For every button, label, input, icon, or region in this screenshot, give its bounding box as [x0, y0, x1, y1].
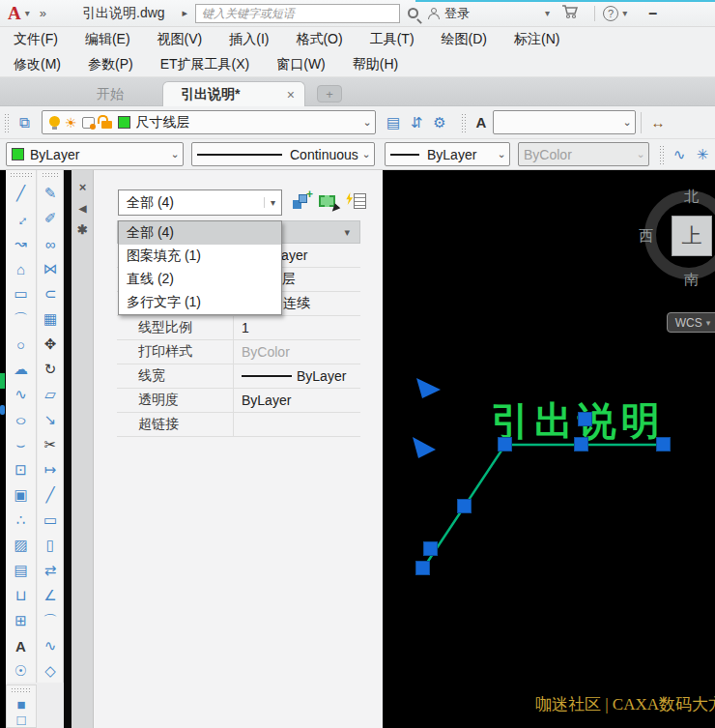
point-style-icon[interactable]: ☉	[6, 658, 36, 684]
extend-icon[interactable]: ↦	[38, 457, 63, 482]
mirror-icon[interactable]: ⋈	[38, 256, 63, 281]
filter-option-all[interactable]: 全部 (4)	[119, 221, 281, 245]
property-row-lineweight[interactable]: 线宽 ByLayer	[117, 364, 360, 389]
logo-caret-icon[interactable]: ▾	[25, 8, 30, 18]
tab-close-icon[interactable]: ×	[287, 87, 295, 102]
array-icon[interactable]: ▦	[38, 306, 63, 332]
help-caret-icon[interactable]: ▾	[622, 8, 627, 18]
insert-block-icon[interactable]: ⊡	[6, 457, 36, 482]
table-icon[interactable]: ⊞	[6, 608, 36, 633]
property-row-transparency[interactable]: 透明度 ByLayer	[117, 389, 360, 413]
layer-unlock-icon[interactable]	[101, 121, 112, 129]
category-collapse-icon[interactable]: ▾	[344, 226, 350, 239]
list-isolate-icon[interactable]: ∿	[668, 143, 691, 166]
hatch-icon[interactable]: ▨	[6, 533, 36, 558]
spline-icon[interactable]: ∿	[6, 382, 36, 407]
scale-icon[interactable]: ▱	[38, 382, 63, 407]
minimize-button[interactable]: –	[648, 5, 657, 22]
grip-handle[interactable]	[423, 541, 438, 556]
gradient-icon[interactable]: ▤	[6, 558, 36, 583]
drawing-canvas[interactable]: 北 西 南 上 WCS ▾ 引出说明 咖迷社区 | CAXA数码大方	[383, 170, 715, 728]
text-style-icon[interactable]: A	[470, 111, 493, 134]
user-icon[interactable]	[428, 8, 440, 19]
arc-icon[interactable]: ⌒	[6, 306, 36, 332]
rectangle-icon[interactable]: ▭	[6, 281, 36, 306]
toolbar-grip[interactable]	[659, 145, 664, 164]
search-input[interactable]	[195, 4, 400, 23]
lineweight-caret-icon[interactable]: ⌄	[494, 148, 509, 160]
erase-icon[interactable]: ✐	[38, 206, 63, 231]
search-history-icon[interactable]: ▸	[183, 7, 188, 19]
circle-icon[interactable]: ○	[6, 332, 36, 357]
menu-window[interactable]: 窗口(W)	[276, 56, 326, 73]
filter-option-hatch[interactable]: 图案填充 (1)	[119, 245, 281, 268]
layer-thaw-icon[interactable]: ☀	[65, 115, 77, 131]
menu-format[interactable]: 格式(O)	[296, 31, 342, 48]
menu-help[interactable]: 帮助(H)	[353, 56, 398, 73]
layer-combo-caret-icon[interactable]: ⌄	[359, 116, 375, 129]
move-icon[interactable]: ✥	[38, 332, 63, 357]
ellipse-icon[interactable]: ○	[6, 407, 36, 432]
grip-handle[interactable]	[656, 437, 671, 451]
multiple-points-icon[interactable]: ∴	[6, 508, 36, 533]
box-3d-icon[interactable]: ◇	[38, 658, 63, 684]
dim-style-icon[interactable]: ↔	[646, 111, 670, 134]
menu-edit[interactable]: 编辑(E)	[85, 31, 130, 48]
color-combobox[interactable]: ByLayer ⌄	[6, 142, 184, 166]
grip-handle[interactable]	[498, 437, 512, 451]
toolbar-grip[interactable]	[42, 172, 59, 179]
fillet-icon[interactable]: ⌒	[38, 608, 63, 633]
join-icon[interactable]: ▯	[38, 533, 63, 558]
quick-select-icon[interactable]	[345, 191, 366, 213]
login-label[interactable]: 登录	[444, 5, 470, 22]
app-logo[interactable]: A	[8, 3, 21, 24]
layer-vp-freeze-icon[interactable]	[82, 117, 95, 129]
ellipse-arc-icon[interactable]: ⌣	[6, 432, 36, 457]
menu-insert[interactable]: 插入(I)	[229, 31, 269, 48]
color-caret-icon[interactable]: ⌄	[167, 148, 183, 160]
group-icon[interactable]: ■	[7, 696, 36, 712]
object-filter-combobox[interactable]: 全部 (4) ▾	[118, 189, 282, 216]
filter-option-mtext[interactable]: 多行文字 (1)	[119, 291, 281, 314]
layer-combobox[interactable]: ☀ 尺寸线层 ⌄	[42, 110, 376, 134]
grip-handle[interactable]	[578, 412, 592, 426]
menu-file[interactable]: 文件(F)	[14, 31, 58, 48]
offset-icon[interactable]: ⊂	[38, 281, 63, 306]
text-style-caret-icon[interactable]: ⌄	[619, 116, 635, 129]
grip-handle[interactable]	[574, 437, 588, 451]
tab-active-document[interactable]: 引出说明* ×	[162, 81, 305, 106]
toolbar-grip[interactable]	[11, 687, 32, 694]
property-row-linetype-scale[interactable]: 线型比例 1	[117, 316, 360, 340]
stretch-icon[interactable]: ↘	[38, 407, 63, 432]
login-caret-icon[interactable]: ▾	[545, 8, 550, 18]
region-icon[interactable]: ⊔	[6, 583, 36, 608]
search-icon[interactable]	[408, 8, 418, 18]
break-at-point-icon[interactable]: ╱	[38, 482, 63, 508]
layer-states-icon[interactable]: ⚙	[428, 111, 451, 134]
chamfer-icon[interactable]: ∠	[38, 583, 63, 608]
toggle-pickadd-icon[interactable]: +	[291, 191, 312, 213]
copy-icon[interactable]: ∞	[38, 231, 63, 256]
palette-settings-icon[interactable]: ✱	[72, 218, 94, 240]
menu-parametric[interactable]: 参数(P)	[88, 56, 133, 73]
palette-close-icon[interactable]: ×	[72, 176, 94, 197]
polyline-icon[interactable]: ↝	[6, 231, 36, 256]
polygon-icon[interactable]: ⌂	[6, 256, 36, 281]
quick-access-overflow-icon[interactable]: »	[40, 6, 45, 20]
menu-tools[interactable]: 工具(T)	[370, 31, 415, 48]
property-row-plot-style[interactable]: 打印样式 ByColor	[117, 340, 360, 364]
create-block-icon[interactable]: ▣	[6, 482, 36, 508]
grip-handle[interactable]	[457, 499, 472, 513]
linetype-combobox[interactable]: Continuous ⌄	[191, 142, 375, 166]
object-filter-caret-icon[interactable]: ▾	[264, 197, 281, 208]
rotate-icon[interactable]: ↻	[38, 357, 63, 382]
toolbar-grip[interactable]	[10, 172, 32, 179]
select-objects-icon[interactable]	[318, 191, 339, 213]
multiline-text-icon[interactable]: A	[6, 633, 36, 658]
menu-et-tools[interactable]: ET扩展工具(X)	[160, 56, 250, 73]
line-icon[interactable]: ╱	[6, 181, 36, 206]
menu-view[interactable]: 视图(V)	[157, 31, 203, 48]
menu-dimension[interactable]: 标注(N)	[514, 31, 559, 48]
properties-palette-bar[interactable]: × ◀ ✱	[72, 170, 94, 728]
lineweight-combobox[interactable]: ByLayer ⌄	[385, 142, 510, 166]
